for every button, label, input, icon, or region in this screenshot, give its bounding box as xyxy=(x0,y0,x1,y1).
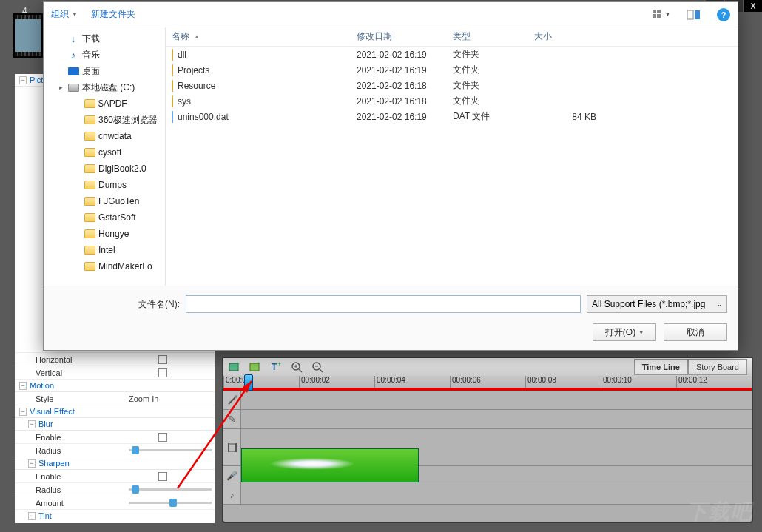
playhead[interactable] xyxy=(244,374,253,391)
dropdown-icon: ⌄ xyxy=(717,301,722,308)
add-media-icon[interactable]: + xyxy=(228,360,241,374)
add-text-icon[interactable]: T+ xyxy=(269,360,283,374)
pencil-icon: ✎ xyxy=(228,414,236,425)
svg-line-7 xyxy=(299,369,302,372)
help-icon[interactable]: ? xyxy=(717,8,730,21)
tab-timeline[interactable]: Time Line xyxy=(634,359,688,375)
dropdown-icon: ▼ xyxy=(638,330,644,335)
slider-sharpen-amount[interactable] xyxy=(129,502,212,504)
file-row[interactable]: sys2021-02-02 16:18文件夹 xyxy=(166,93,738,109)
file-type: 文件夹 xyxy=(447,48,528,61)
tree-item-label: Dumps xyxy=(98,180,127,190)
time-ruler[interactable]: 0:00:0000:00:0200:00:0400:00:0600:00:080… xyxy=(223,376,752,391)
sort-indicator-icon: ▲ xyxy=(194,33,200,40)
tree-item[interactable]: FJGuoTen xyxy=(44,193,165,209)
slider-sharpen-radius[interactable] xyxy=(129,488,212,491)
file-date: 2021-02-02 16:18 xyxy=(351,81,447,91)
tree-item[interactable]: Dumps xyxy=(44,177,165,193)
tree-item[interactable]: 360极速浏览器 xyxy=(44,112,165,128)
col-name[interactable]: 名称▲ xyxy=(166,30,351,43)
file-row[interactable]: unins000.dat2021-02-02 16:19DAT 文件84 KB xyxy=(166,109,738,124)
tree-item[interactable]: $APDF xyxy=(44,95,165,112)
open-button[interactable]: 打开(O)▼ xyxy=(593,323,656,341)
svg-rect-16 xyxy=(228,443,229,452)
tree-item-label: Intel xyxy=(98,245,115,255)
track-effects[interactable] xyxy=(223,391,752,410)
file-size: 84 KB xyxy=(528,112,602,122)
tree-item[interactable]: cysoft xyxy=(44,144,165,161)
preview-pane-button[interactable] xyxy=(684,7,704,23)
close-button[interactable]: X xyxy=(744,0,762,12)
folder-icon xyxy=(84,260,95,272)
video-clip[interactable] xyxy=(241,448,419,482)
filename-input[interactable] xyxy=(186,295,581,313)
row-sharpen-enable: Enable xyxy=(15,470,215,483)
view-mode-button[interactable]: ▼ xyxy=(652,7,671,23)
zoom-in-icon[interactable] xyxy=(290,360,303,374)
section-blur[interactable]: −Blur xyxy=(15,418,215,431)
collapse-icon: − xyxy=(19,408,27,416)
col-date[interactable]: 修改日期 xyxy=(351,30,447,43)
col-size[interactable]: 大小 xyxy=(528,30,602,43)
svg-rect-17 xyxy=(235,443,237,452)
cancel-button[interactable]: 取消 xyxy=(664,323,727,341)
style-value[interactable]: Zoom In xyxy=(126,392,215,405)
folder-icon xyxy=(84,130,95,142)
slider-blur-radius[interactable] xyxy=(129,449,212,451)
file-name: unins000.dat xyxy=(178,112,229,122)
section-sharpen[interactable]: −Sharpen xyxy=(15,457,215,470)
mic-icon: 🎤 xyxy=(226,471,237,481)
new-folder-button[interactable]: 新建文件夹 xyxy=(91,8,135,21)
film-perforation xyxy=(15,52,41,56)
file-row[interactable]: dll2021-02-02 16:19文件夹 xyxy=(166,47,738,62)
tree-item[interactable]: ▸本地磁盘 (C:) xyxy=(44,79,165,95)
filename-label: 文件名(N): xyxy=(54,298,180,311)
timeline-tabs: Time Line Story Board xyxy=(634,359,747,375)
folder-icon xyxy=(84,195,95,207)
filename-row: 文件名(N): All Support Files (*.bmp;*.jpg⌄ xyxy=(54,295,727,313)
expand-icon[interactable]: ▸ xyxy=(57,84,64,91)
tree-item[interactable]: DigiBook2.0 xyxy=(44,161,165,177)
folder-icon xyxy=(84,228,95,240)
svg-point-14 xyxy=(235,395,237,398)
checkbox-vertical[interactable] xyxy=(158,368,167,377)
svg-rect-25 xyxy=(695,10,700,19)
tree-item[interactable]: GstarSoft xyxy=(44,209,165,226)
checkbox-blur-enable[interactable] xyxy=(158,433,167,442)
file-rows[interactable]: dll2021-02-02 16:19文件夹Projects2021-02-02… xyxy=(166,47,738,286)
file-row[interactable]: Resource2021-02-02 16:18文件夹 xyxy=(166,78,738,93)
tree-item[interactable]: ♪音乐 xyxy=(44,47,165,63)
checkbox-sharpen-enable[interactable] xyxy=(158,472,167,481)
file-row[interactable]: Projects2021-02-02 16:19文件夹 xyxy=(166,62,738,78)
collapse-icon: − xyxy=(19,382,27,390)
track-text[interactable]: ✎ xyxy=(223,410,752,429)
zoom-out-icon[interactable] xyxy=(311,360,324,374)
tree-item[interactable]: ↓下载 xyxy=(44,30,165,47)
tree-item[interactable]: 桌面 xyxy=(44,63,165,79)
tree-item[interactable]: Hongye xyxy=(44,226,165,242)
file-type: DAT 文件 xyxy=(447,110,528,123)
timeline-panel: + + T+ Time Line Story Board 0:00:0000:0… xyxy=(222,357,753,523)
column-headers: 名称▲ 修改日期 类型 大小 xyxy=(166,27,738,47)
section-visual-effect[interactable]: −Visual Effect xyxy=(15,405,215,418)
checkbox-horizontal[interactable] xyxy=(158,355,167,364)
tree-item[interactable]: Intel xyxy=(44,242,165,258)
file-type-filter[interactable]: All Support Files (*.bmp;*.jpg⌄ xyxy=(587,295,727,313)
collapse-icon: − xyxy=(28,512,36,520)
dialog-footer: 文件名(N): All Support Files (*.bmp;*.jpg⌄ … xyxy=(44,286,738,350)
dialog-body: ↓下载♪音乐桌面▸本地磁盘 (C:)$APDF360极速浏览器cnwdatacy… xyxy=(44,27,738,286)
organize-button[interactable]: 组织▼ xyxy=(51,8,78,21)
tab-storyboard[interactable]: Story Board xyxy=(688,359,747,375)
media-thumbnail[interactable] xyxy=(13,13,43,58)
tree-item[interactable]: MindMakerLo xyxy=(44,258,165,275)
tree-item-label: cysoft xyxy=(98,147,121,158)
track-music[interactable]: ♪ xyxy=(223,485,752,505)
tree-item[interactable]: cnwdata xyxy=(44,128,165,144)
folder-icon xyxy=(172,96,173,107)
section-tint[interactable]: −Tint xyxy=(15,510,215,522)
tree-item-label: 360极速浏览器 xyxy=(98,114,158,127)
add-image-icon[interactable]: + xyxy=(249,360,262,374)
folder-tree[interactable]: ↓下载♪音乐桌面▸本地磁盘 (C:)$APDF360极速浏览器cnwdatacy… xyxy=(44,27,166,286)
col-type[interactable]: 类型 xyxy=(447,30,528,43)
section-motion[interactable]: −Motion xyxy=(15,380,215,392)
